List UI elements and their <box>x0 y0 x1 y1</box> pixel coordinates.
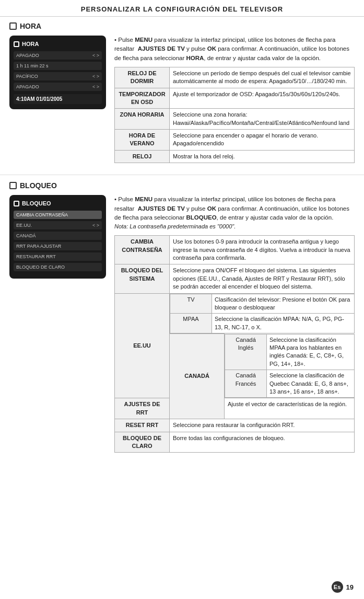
bloqueo-row-5: BLOQUEO DE CLARO <box>14 263 102 271</box>
bloqueo-label-claro: BLOQUEO DE CLARO <box>115 432 170 453</box>
canada-ingles-row: Canadá Inglés Seleccione la clasificació… <box>225 334 355 370</box>
hora-label-osd: TEMPORIZADOR EN OSD <box>115 88 170 109</box>
hora-desc-dormir: Seleccione un período de tiempo después … <box>170 67 355 88</box>
bloqueo-row-0: CAMBIA CONTRASEÑA <box>14 211 102 219</box>
bloqueo-row-claro: BLOQUEO DE CLARO Borre todas las configu… <box>115 432 355 453</box>
hora-right: • Pulse MENU para visualizar la interfaz… <box>114 36 355 163</box>
hora-row-3: APAGADO < > <box>14 83 102 91</box>
bloqueo-mockup-title: BLOQUEO <box>14 200 102 206</box>
eeuu-mpaa-row: MPAA Seleccione la clasificación MPAA: N… <box>170 314 355 333</box>
canada-frances-label: Canadá Francés <box>225 370 267 398</box>
eeuu-mpaa-desc: Seleccione la clasificación MPAA: N/A, G… <box>212 314 355 333</box>
eeuu-mpaa-label: MPAA <box>170 314 212 333</box>
canada-nested-table: Canadá Inglés Seleccione la clasificació… <box>225 334 355 398</box>
bloqueo-note: Nota: La contraseña predeterminada es "0… <box>114 223 236 229</box>
bloqueo-content: BLOQUEO CAMBIA CONTRASEÑA EE.UU. < > CAN… <box>9 195 355 453</box>
bloqueo-label-sistema: BLOQUEO DEL SISTEMA <box>115 264 170 293</box>
bloqueo-label-eeuu: EE.UU <box>115 293 170 398</box>
bloqueo-icon <box>9 182 17 189</box>
canada-ingles-desc: Seleccione la clasificación MPAA para lo… <box>267 334 355 370</box>
page-header: PERSONALIZAR LA CONFIGURACIÓN DEL TELEVI… <box>0 0 364 17</box>
page-footer: Es 19 <box>332 581 354 593</box>
bloqueo-mockup-icon <box>14 201 19 206</box>
hora-row-1: 1 h 11 min 22 s <box>14 62 102 70</box>
canada-frances-row: Canadá Francés Seleccione la clasificaci… <box>225 370 355 398</box>
hora-label-zona: ZONA HORARIA <box>115 109 170 130</box>
hora-row-zona: ZONA HORARIA Seleccione una zona horaria… <box>115 109 355 130</box>
bloqueo-label-ajustes-rrt: AJUSTES DE RRT <box>115 398 170 419</box>
bloqueo-row-sistema: BLOQUEO DEL SISTEMA Seleccione para ON/O… <box>115 264 355 293</box>
es-badge: Es <box>332 581 343 593</box>
bloqueo-row-2: CANADÁ <box>14 232 102 240</box>
eeuu-tv-desc: Clasificación del televisor: Presione el… <box>212 294 355 314</box>
eeuu-tv-row: TV Clasificación del televisor: Presione… <box>170 294 355 314</box>
eeuu-nested-table: TV Clasificación del televisor: Presione… <box>170 294 355 334</box>
bloqueo-desc-reset-rrt: Seleccione para restaurar la configuraci… <box>170 419 355 432</box>
bloqueo-canada-subtable: Canadá Inglés Seleccione la clasificació… <box>225 334 355 398</box>
header-title: PERSONALIZAR LA CONFIGURACIÓN DEL TELEVI… <box>81 5 284 13</box>
hora-row-osd: TEMPORIZADOR EN OSD Ajuste el temporizad… <box>115 88 355 109</box>
hora-row-dormir: RELOJ DE DORMIR Seleccione un período de… <box>115 67 355 88</box>
section-bloqueo-title: BLOQUEO <box>9 181 355 190</box>
hora-label-verano: HORA DE VERANO <box>115 130 170 151</box>
hora-tv-mockup: HORA APAGADO < > 1 h 11 min 22 s PACÍFIC… <box>9 36 106 109</box>
hora-row-2: PACÍFICO < > <box>14 72 102 80</box>
bloqueo-row-reset-rrt: RESET RRT Seleccione para restaurar la c… <box>115 419 355 432</box>
bloqueo-row-3: RRT PARA AJUSTAR <box>14 242 102 250</box>
bloqueo-right: • Pulse MENU para visualizar la interfaz… <box>114 195 355 453</box>
hora-row-reloj: RELOJ Mostrar la hora del reloj. <box>115 150 355 163</box>
bloqueo-row-eeuu: EE.UU TV Clasificación del televisor: Pr… <box>115 293 355 334</box>
section-hora: HORA HORA APAGADO < > 1 h 11 min 22 s PA… <box>0 22 364 168</box>
bloqueo-desc-sistema: Seleccione para ON/OFF el bloqueo del si… <box>170 264 355 293</box>
hora-row-verano: HORA DE VERANO Seleccione para encender … <box>115 130 355 151</box>
hora-desc-osd: Ajuste el temporizador de OSD: Apagado/1… <box>170 88 355 109</box>
hora-desc-zona: Seleccione una zona horaria: Hawai/Alask… <box>170 109 355 130</box>
hora-mockup-icon <box>14 41 19 47</box>
hora-label-reloj: RELOJ <box>115 150 170 163</box>
page-number: 19 <box>346 583 354 591</box>
hora-icon <box>9 22 17 30</box>
bloqueo-desc-ajustes-rrt: Ajuste el vector de características de l… <box>225 398 355 419</box>
bloqueo-row-contrasena: CAMBIA CONTRASEÑA Use los botones 0-9 pa… <box>115 236 355 264</box>
bloqueo-row-4: RESTAURAR RRT <box>14 252 102 261</box>
bloqueo-table: CAMBIA CONTRASEÑA Use los botones 0-9 pa… <box>114 235 355 453</box>
canada-frances-desc: Seleccione la clasificación de Quebec Ca… <box>267 370 355 398</box>
bloqueo-row-1: EE.UU. < > <box>14 221 102 229</box>
bloqueo-label-reset-rrt: RESET RRT <box>115 419 170 432</box>
bloqueo-eeuu-subtable: TV Clasificación del televisor: Presione… <box>170 293 355 334</box>
canada-ingles-label: Canadá Inglés <box>225 334 267 370</box>
bloqueo-label-canada: CANADÁ <box>170 334 225 419</box>
bloqueo-desc-claro: Borre todas las configuraciones de bloqu… <box>170 432 355 453</box>
hora-row-0: APAGADO < > <box>14 51 102 60</box>
bloqueo-intro: • Pulse MENU para visualizar la interfaz… <box>114 195 355 231</box>
bloqueo-tv-mockup: BLOQUEO CAMBIA CONTRASEÑA EE.UU. < > CAN… <box>9 195 106 279</box>
bloqueo-desc-contrasena: Use los botones 0-9 para introducir la c… <box>170 236 355 264</box>
bloqueo-row-ajustes-rrt: AJUSTES DE RRT Ajuste el vector de carac… <box>115 398 355 419</box>
hora-desc-verano: Seleccione para encender o apagar el hor… <box>170 130 355 151</box>
eeuu-tv-label: TV <box>170 294 212 314</box>
hora-intro: • Pulse MENU para visualizar la interfaz… <box>114 36 355 63</box>
bloqueo-label-contrasena: CAMBIA CONTRASEÑA <box>115 236 170 264</box>
hora-desc-reloj: Mostrar la hora del reloj. <box>170 150 355 163</box>
hora-time: 4:10AM 01/01/2005 <box>14 94 102 104</box>
section-divider <box>0 175 364 175</box>
hora-table: RELOJ DE DORMIR Seleccione un período de… <box>114 67 355 164</box>
hora-mockup-title: HORA <box>14 41 102 47</box>
section-bloqueo: BLOQUEO BLOQUEO CAMBIA CONTRASEÑA EE.UU.… <box>0 181 364 458</box>
hora-label-dormir: RELOJ DE DORMIR <box>115 67 170 88</box>
hora-content: HORA APAGADO < > 1 h 11 min 22 s PACÍFIC… <box>9 36 355 163</box>
section-hora-title: HORA <box>9 22 355 30</box>
